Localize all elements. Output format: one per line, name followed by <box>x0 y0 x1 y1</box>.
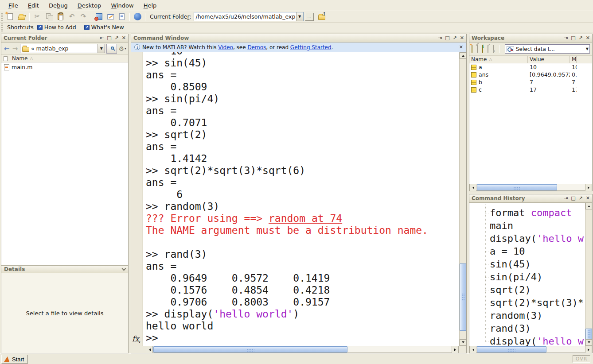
history-item[interactable]: format compact <box>469 206 585 219</box>
scroll-down-button[interactable] <box>585 339 592 346</box>
history-item[interactable]: a = 10 <box>469 245 585 258</box>
current-folder-combobox[interactable]: /home/vax5/u26/nelson/matlab_exp ▼ <box>194 12 304 21</box>
guide-button[interactable] <box>105 12 116 22</box>
shortcut-what-s-new[interactable]: ↗What's New <box>84 24 124 31</box>
history-item[interactable]: display('hello w <box>469 232 585 245</box>
history-item[interactable]: sqrt(2)*sqrt(3)* <box>469 296 585 309</box>
variable-row[interactable]: b77 <box>469 78 592 86</box>
scrollbar-track[interactable] <box>460 59 466 339</box>
collapse-chevron-icon[interactable] <box>122 266 126 271</box>
copy-button[interactable] <box>43 12 55 22</box>
search-button[interactable] <box>106 44 117 54</box>
horizontal-scrollbar[interactable] <box>469 184 592 191</box>
file-row[interactable]: main.m <box>1 63 128 71</box>
current-folder-dropdown-button[interactable]: ▼ <box>296 12 303 21</box>
file-list-header[interactable]: Name △ <box>1 55 128 62</box>
scrollbar-thumb[interactable] <box>477 184 557 190</box>
scroll-up-button[interactable] <box>460 52 466 59</box>
scroll-right-button[interactable] <box>452 346 458 353</box>
scrollbar-track[interactable] <box>476 184 585 190</box>
horizontal-scrollbar[interactable] <box>146 346 459 353</box>
profiler-button[interactable] <box>116 12 128 22</box>
paste-button[interactable] <box>55 12 66 22</box>
type-column-header[interactable] <box>1 55 10 62</box>
command-history-titlebar[interactable]: Command History ⇥□↗✕ <box>469 194 592 203</box>
dock-icon[interactable]: ⇥ <box>438 35 442 41</box>
history-list[interactable]: format compactmaindisplay('hello wa = 10… <box>469 203 585 346</box>
open-file-button[interactable] <box>16 12 27 22</box>
close-icon[interactable]: ✕ <box>122 35 126 41</box>
scroll-up-button[interactable] <box>585 203 592 209</box>
up-one-level-button[interactable] <box>316 12 327 21</box>
notification-link[interactable]: Demos <box>247 44 266 50</box>
scroll-right-button[interactable] <box>585 346 592 353</box>
scroll-down-button[interactable] <box>460 339 466 346</box>
command-output[interactable]: 10>> sin(45)ans = 0.8509>> sin(pi/4)ans … <box>146 52 459 344</box>
variable-row[interactable]: a1010 <box>469 63 592 71</box>
scroll-left-button[interactable] <box>146 346 153 353</box>
history-item[interactable]: sin(pi/4) <box>469 271 585 283</box>
menu-help[interactable]: Help <box>139 1 162 10</box>
history-item[interactable]: rand(3) <box>469 322 585 335</box>
browse-folder-button[interactable]: ... <box>305 13 314 21</box>
current-folder-path[interactable]: /home/vax5/u26/nelson/matlab_exp <box>194 13 296 20</box>
variable-row[interactable]: ans[0.9649,0.9572,0...0. <box>469 71 592 78</box>
scrollbar-thumb[interactable] <box>585 329 592 339</box>
open-variable-button[interactable] <box>477 46 478 52</box>
new-script-button[interactable] <box>4 12 16 22</box>
shortcut-how-to-add[interactable]: ↗How to Add <box>37 24 76 31</box>
simulink-button[interactable] <box>93 12 105 22</box>
close-icon[interactable]: ✕ <box>586 196 590 201</box>
undock-icon[interactable]: ↗ <box>579 196 583 201</box>
maximize-icon[interactable]: □ <box>445 35 449 41</box>
workspace-titlebar[interactable]: Workspace ⇥□↗✕ <box>469 34 592 43</box>
dock-icon[interactable]: ⇥ <box>564 196 568 201</box>
notification-link[interactable]: Getting Started <box>290 44 332 50</box>
notification-link[interactable]: Video <box>218 44 233 50</box>
value-column-header[interactable]: Value <box>528 56 570 63</box>
scrollbar-track[interactable] <box>585 209 592 339</box>
history-item[interactable]: random(3) <box>469 309 585 322</box>
close-icon[interactable]: ✕ <box>460 35 464 41</box>
start-button[interactable]: Start <box>1 355 28 364</box>
scroll-left-button[interactable] <box>470 346 476 353</box>
menu-window[interactable]: Window <box>106 1 138 10</box>
dock-icon[interactable]: ⇤ <box>100 35 104 41</box>
toolbar-grip[interactable] <box>1 13 3 21</box>
scrollbar-thumb[interactable] <box>460 263 466 331</box>
folder-breadcrumb-combobox[interactable]: « matlab_exp ▼ <box>20 44 105 53</box>
help-button[interactable] <box>132 12 143 22</box>
name-column-header[interactable]: Name△ <box>469 56 528 63</box>
scroll-right-button[interactable] <box>585 184 592 191</box>
scroll-left-button[interactable] <box>470 184 476 191</box>
save-workspace-button[interactable] <box>488 46 488 52</box>
undock-icon[interactable]: ↗ <box>115 35 119 41</box>
menu-debug[interactable]: Debug <box>44 1 73 10</box>
menu-desktop[interactable]: Desktop <box>73 1 106 10</box>
history-item[interactable]: sin(45) <box>469 258 585 271</box>
back-arrow-icon[interactable]: ← <box>3 45 10 53</box>
menu-edit[interactable]: Edit <box>23 1 44 10</box>
scrollbar-track[interactable] <box>153 346 452 352</box>
vertical-scrollbar[interactable] <box>459 52 466 346</box>
scrollbar-track[interactable] <box>476 346 585 352</box>
history-item[interactable]: sqrt(2) <box>469 283 585 296</box>
redo-button[interactable]: ↷ <box>78 12 89 22</box>
delete-variable-button[interactable] <box>493 46 494 52</box>
scrollbar-thumb[interactable] <box>477 346 546 352</box>
undock-icon[interactable]: ↗ <box>453 35 457 41</box>
min-column-header[interactable]: M <box>570 56 577 63</box>
history-item[interactable]: display('hello w <box>469 335 585 346</box>
name-column-header[interactable]: Name <box>10 55 27 62</box>
import-data-button[interactable] <box>482 46 483 52</box>
maximize-icon[interactable]: □ <box>107 35 111 41</box>
variable-row[interactable]: c1717 <box>469 86 592 93</box>
undock-icon[interactable]: ↗ <box>579 35 583 41</box>
function-browser-button[interactable]: fx▾ <box>132 334 140 344</box>
dock-icon[interactable]: ⇥ <box>564 35 568 41</box>
new-variable-button[interactable] <box>472 46 472 52</box>
scrollbar-thumb[interactable] <box>153 346 347 352</box>
command-window-titlebar[interactable]: Command Window ⇥□↗✕ <box>131 34 466 43</box>
command-window-body[interactable]: fx▾ 10>> sin(45)ans = 0.8509>> sin(pi/4)… <box>131 52 466 346</box>
horizontal-scrollbar[interactable] <box>469 346 592 353</box>
